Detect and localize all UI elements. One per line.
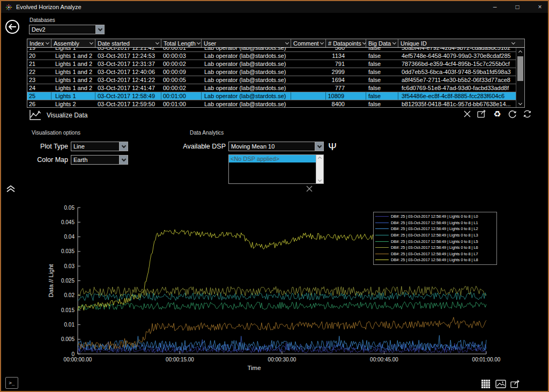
image-icon [495, 380, 506, 388]
svg-text:0.05: 0.05 [64, 205, 75, 211]
svg-text:0.035: 0.035 [61, 248, 75, 254]
legend-item: DB#: 25 | 03-Oct-2017 12:58:49 | Lights … [375, 251, 495, 257]
legend-label: DB#: 25 | 03-Oct-2017 12:58:49 | Lights … [391, 226, 478, 231]
legend-item: DB#: 25 | 03-Oct-2017 12:58:49 | Lights … [375, 257, 495, 263]
legend-label: DB#: 25 | 03-Oct-2017 12:58:49 | Lights … [391, 252, 478, 256]
svg-text:0.02: 0.02 [64, 292, 75, 298]
save-image-button[interactable] [495, 379, 506, 389]
svg-text:00:00:15.00: 00:00:15.00 [166, 357, 194, 363]
svg-text:0.04: 0.04 [64, 234, 75, 240]
legend-line-swatch [375, 247, 389, 248]
show-table-button[interactable] [480, 379, 491, 389]
legend-label: DB#: 25 | 03-Oct-2017 12:58:49 | Lights … [391, 257, 478, 262]
legend-line-swatch [375, 241, 389, 242]
svg-text:00:00:00.00: 00:00:00.00 [64, 357, 92, 363]
chart-legend: DB#: 25 | 03-Oct-2017 12:58:49 | Lights … [373, 212, 497, 265]
terminal-button[interactable]: >_ [5, 377, 18, 389]
svg-text:0.01: 0.01 [64, 322, 75, 328]
terminal-icon: >_ [9, 380, 15, 386]
svg-text:Data // Light: Data // Light [48, 264, 54, 298]
svg-text:0.015: 0.015 [61, 307, 75, 313]
grid-icon [481, 380, 490, 388]
legend-label: DB#: 25 | 03-Oct-2017 12:58:49 | Lights … [391, 220, 478, 225]
legend-item: DB#: 25 | 03-Oct-2017 12:58:49 | Lights … [375, 238, 495, 245]
svg-text:Time: Time [247, 365, 261, 371]
legend-line-swatch [375, 223, 389, 223]
legend-line-swatch [375, 260, 389, 260]
legend-line-swatch [375, 216, 389, 217]
legend-line-swatch [375, 254, 389, 254]
legend-label: DB#: 25 | 03-Oct-2017 12:58:49 | Lights … [391, 245, 478, 250]
legend-item: DB#: 25 | 03-Oct-2017 12:58:49 | Lights … [375, 232, 495, 239]
legend-item: DB#: 25 | 03-Oct-2017 12:58:49 | Lights … [375, 245, 495, 251]
app-window: Evolved Horizon Analyze – □ × Databases … [0, 0, 549, 392]
export-button[interactable] [510, 379, 521, 389]
svg-text:0: 0 [71, 351, 75, 357]
svg-text:00:01:00.00: 00:01:00.00 [472, 357, 501, 363]
legend-label: DB#: 25 | 03-Oct-2017 12:58:49 | Lights … [391, 233, 478, 238]
legend-label: DB#: 25 | 03-Oct-2017 12:58:49 | Lights … [391, 214, 478, 219]
svg-text:0.005: 0.005 [61, 336, 75, 342]
svg-text:0.045: 0.045 [61, 219, 75, 225]
legend-item: DB#: 25 | 03-Oct-2017 12:58:49 | Lights … [375, 213, 495, 220]
export-icon [510, 379, 521, 389]
svg-text:0.03: 0.03 [64, 263, 75, 269]
chart: 00.0050.010.0150.020.0250.030.0350.040.0… [1, 1, 549, 392]
legend-line-swatch [375, 228, 389, 229]
legend-label: DB#: 25 | 03-Oct-2017 12:58:49 | Lights … [391, 239, 478, 244]
legend-item: DB#: 25 | 03-Oct-2017 12:58:49 | Lights … [375, 220, 495, 226]
legend-item: DB#: 25 | 03-Oct-2017 12:58:49 | Lights … [375, 226, 495, 232]
svg-text:0.025: 0.025 [61, 278, 75, 284]
svg-text:00:00:30.00: 00:00:30.00 [268, 357, 296, 363]
legend-line-swatch [375, 235, 389, 235]
svg-text:00:00:45.00: 00:00:45.00 [370, 357, 398, 363]
